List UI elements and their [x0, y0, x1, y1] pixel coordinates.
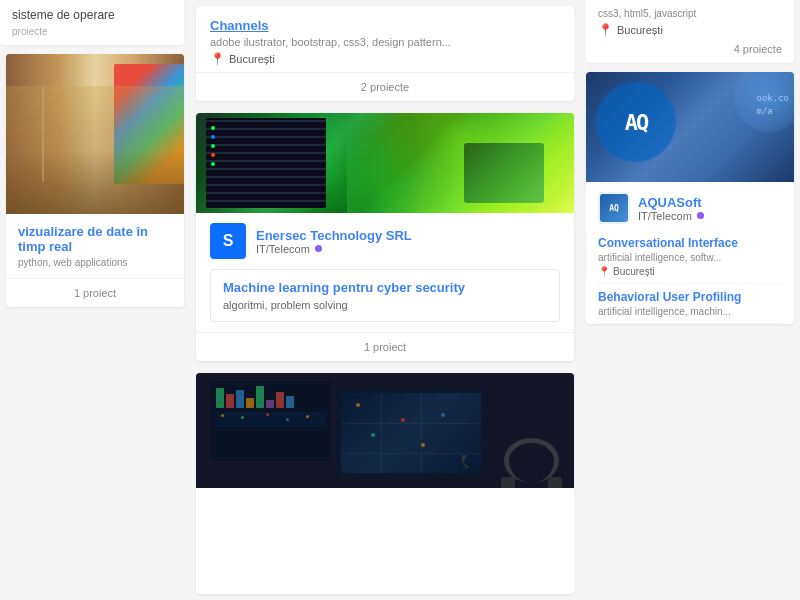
- left-card-tags: python, web applications: [18, 257, 172, 268]
- headphones-image: [504, 438, 559, 483]
- aquasoft-project-2-title: Behavioral User Profiling: [598, 290, 782, 304]
- right-top-location-row: 📍 București: [598, 23, 782, 37]
- project-tags: algoritmi, problem solving: [223, 299, 547, 311]
- center-top-card-tags: adobe ilustrator, bootstrap, css3, desig…: [210, 36, 560, 48]
- aquasoft-info: AQUASoft IT/Telecom: [638, 195, 704, 222]
- featured-company-row: S Enersec Technology SRL IT/Telecom: [196, 213, 574, 259]
- company-info: Enersec Technology SRL IT/Telecom: [256, 228, 560, 255]
- featured-projects-count: 1 proiect: [196, 332, 574, 361]
- right-location-pin-icon: 📍: [598, 23, 613, 37]
- right-top-location: București: [617, 24, 663, 36]
- left-card-info: vizualizare de date în timp real python,…: [6, 214, 184, 278]
- right-top-partial: css3, html5, javascript 📍 București 4 pr…: [586, 0, 794, 63]
- map-display: [341, 393, 481, 473]
- company-sector-text: IT/Telecom: [256, 243, 310, 255]
- aquasoft-status-dot: [697, 212, 704, 219]
- aquasoft-project-2-tags: artificial intelligence, machin...: [598, 306, 782, 317]
- left-card-image: [6, 54, 184, 214]
- dashboard-screen: [211, 381, 331, 461]
- aquasoft-company-row: AQ AQUASoft IT/Telecom: [586, 182, 794, 230]
- aquasoft-card: AQ ook.co m/a AQ: [586, 72, 794, 324]
- bottom-center-image: [196, 373, 574, 488]
- aquasoft-project-1-location: 📍 București: [598, 266, 782, 277]
- aquasoft-card-image: AQ ook.co m/a: [586, 72, 794, 182]
- aquasoft-project-2[interactable]: Behavioral User Profiling artificial int…: [598, 284, 782, 324]
- company-sector-row: IT/Telecom: [256, 243, 560, 255]
- location-pin-icon: 📍: [210, 52, 225, 66]
- aquasoft-name[interactable]: AQUASoft: [638, 195, 704, 210]
- server-lights: [211, 126, 215, 166]
- project-title: Machine learning pentru cyber security: [223, 280, 547, 295]
- left-top-projects: proiecte: [12, 26, 172, 37]
- featured-project-card[interactable]: Machine learning pentru cyber security a…: [210, 269, 560, 322]
- center-top-card-location-row: 📍 București: [210, 52, 560, 66]
- company-logo: S: [210, 223, 246, 259]
- company-name[interactable]: Enersec Technology SRL: [256, 228, 560, 243]
- tablet-screen: [336, 388, 486, 478]
- center-top-card-title-link[interactable]: Channels: [210, 18, 269, 33]
- company-logo-letter: S: [223, 232, 234, 250]
- project-1-location-text: București: [613, 266, 655, 277]
- aquasoft-project-1-tags: artificial intelligence, softw...: [598, 252, 782, 263]
- center-top-card-header: Channels adobe ilustrator, bootstrap, cs…: [196, 6, 574, 72]
- aquasoft-logo-overlay: AQ: [596, 82, 676, 162]
- aquasoft-project-list: Conversational Interface artificial inte…: [586, 230, 794, 324]
- center-top-card-projects: 2 proiecte: [196, 72, 574, 101]
- right-top-tags: css3, html5, javascript: [598, 8, 782, 19]
- left-image-card: vizualizare de date în timp real python,…: [6, 54, 184, 307]
- left-top-card-title: sisteme de operare: [12, 8, 172, 22]
- project-1-pin-icon: 📍: [598, 266, 610, 277]
- aquasoft-project-1[interactable]: Conversational Interface artificial inte…: [598, 230, 782, 284]
- center-top-card: Channels adobe ilustrator, bootstrap, cs…: [196, 6, 574, 101]
- center-top-card-location: București: [229, 53, 275, 65]
- aquasoft-logo-small: AQ: [598, 192, 630, 224]
- aquasoft-sector: IT/Telecom: [638, 210, 704, 222]
- bottom-center-card: [196, 373, 574, 594]
- aquasoft-sector-text: IT/Telecom: [638, 210, 692, 222]
- left-card-title: vizualizare de date în timp real: [18, 224, 172, 254]
- sector-status-dot: [315, 245, 322, 252]
- featured-company-card: S Enersec Technology SRL IT/Telecom Mach…: [196, 113, 574, 361]
- aquasoft-project-1-title: Conversational Interface: [598, 236, 782, 250]
- featured-card-image: [196, 113, 574, 213]
- left-card-projects: 1 proiect: [6, 278, 184, 307]
- left-top-partial-card: sisteme de operare proiecte: [0, 0, 184, 45]
- right-top-projects: 4 proiecte: [598, 43, 782, 55]
